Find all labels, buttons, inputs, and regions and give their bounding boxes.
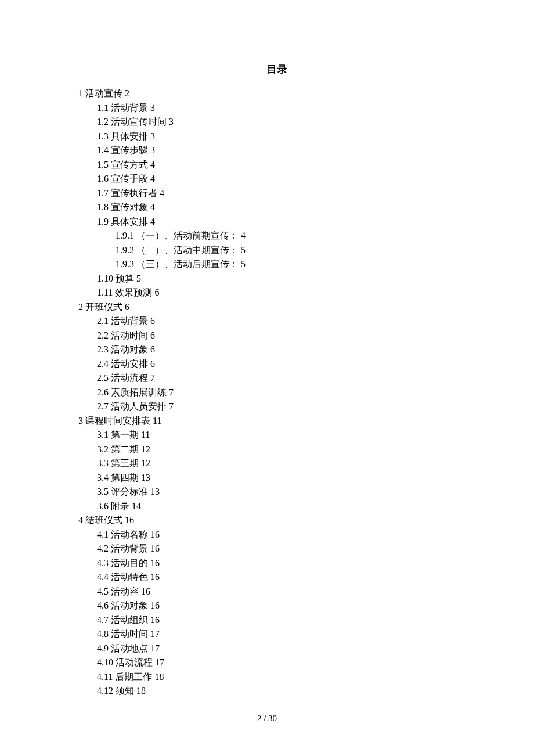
toc-entry-page: 11: [153, 416, 161, 426]
toc-entry: 1 活动宣传 2: [78, 87, 476, 101]
toc-entry-text: （一）、活动前期宣传：: [136, 231, 239, 240]
toc-entry-text: 宣传手段: [111, 174, 148, 183]
toc-entry-number: 2.4: [97, 359, 109, 369]
toc-entry-text: 活动安排: [111, 359, 148, 369]
toc-entry: 3 课程时间安排表 11: [78, 414, 476, 429]
toc-entry-page: 3: [150, 131, 155, 141]
toc-entry-page: 3: [150, 103, 155, 113]
toc-entry-page: 12: [141, 458, 150, 468]
toc-entry-text: 后期工作: [115, 672, 152, 682]
toc-entry-page: 7: [150, 373, 155, 383]
toc-entry-text: 活动对象: [111, 344, 148, 354]
toc-entry-page: 16: [150, 600, 160, 610]
toc-entry: 1.9.2 （二）、活动中期宣传： 5: [116, 243, 476, 258]
toc-entry: 3.4 第四期 13: [97, 471, 476, 485]
toc-entry-page: 16: [150, 615, 160, 625]
toc-entry-page: 18: [154, 672, 164, 682]
toc-entry-page: 4: [160, 188, 164, 198]
toc-entry-text: 开班仪式: [85, 302, 122, 312]
toc-entry-number: 1.9.3: [116, 259, 134, 269]
toc-entry-number: 2.6: [97, 387, 109, 397]
toc-entry-number: 1.2: [97, 117, 109, 127]
toc-entry: 1.2 活动宣传时间 3: [97, 115, 476, 129]
toc-entry-number: 1.4: [97, 145, 109, 155]
toc-entry-number: 2.7: [97, 401, 109, 411]
toc-entry-page: 14: [132, 501, 141, 511]
toc-entry-text: 活动地点: [111, 643, 148, 653]
toc-entry-text: （三）、活动后期宣传：: [136, 259, 239, 269]
toc-entry-page: 6: [150, 359, 155, 369]
toc-entry: 1.4 宣传步骤 3: [97, 143, 476, 158]
toc-entry: 2 开班仪式 6: [78, 300, 476, 315]
toc-entry-page: 12: [141, 444, 150, 454]
toc-entry-number: 2.3: [97, 344, 109, 354]
toc-entry-text: 活动人员安排: [111, 401, 167, 411]
toc-list: 1 活动宣传 21.1 活动背景 31.2 活动宣传时间 31.3 具体安排 3…: [78, 87, 476, 699]
toc-entry-page: 2: [125, 88, 129, 98]
toc-entry-page: 5: [241, 259, 246, 269]
toc-entry-number: 4.5: [97, 586, 109, 596]
toc-entry-text: 第一期: [111, 430, 139, 440]
toc-entry-text: 效果预测: [115, 287, 152, 297]
document-page: 目录 1 活动宣传 21.1 活动背景 31.2 活动宣传时间 31.3 具体安…: [0, 0, 534, 699]
toc-entry-number: 1.3: [97, 131, 109, 141]
toc-entry-text: 活动流程: [116, 657, 153, 667]
toc-entry: 3.5 评分标准 13: [97, 485, 476, 499]
toc-entry-page: 3: [169, 117, 174, 127]
toc-entry-page: 16: [150, 530, 160, 539]
toc-entry-page: 13: [141, 473, 150, 483]
toc-entry-text: 预算: [116, 273, 134, 283]
toc-entry: 1.3 具体安排 3: [97, 129, 476, 144]
toc-entry-text: 第四期: [111, 473, 139, 483]
toc-entry-number: 1.7: [97, 188, 109, 198]
toc-entry-text: 宣传对象: [111, 202, 148, 212]
toc-entry-page: 13: [150, 487, 160, 496]
toc-entry: 4.5 活动容 16: [97, 585, 476, 599]
toc-entry-number: 1.9.2: [116, 245, 134, 255]
toc-entry-number: 4.7: [97, 615, 109, 625]
toc-entry-number: 4.2: [97, 543, 109, 553]
toc-entry: 1.9.3 （三）、活动后期宣传： 5: [116, 257, 476, 272]
toc-entry-text: 活动时间: [111, 330, 148, 340]
toc-entry-number: 3.5: [97, 487, 109, 496]
toc-entry-number: 4.4: [97, 572, 109, 582]
toc-entry-text: 宣传步骤: [111, 145, 148, 155]
toc-entry-page: 5: [241, 245, 246, 255]
toc-entry-text: 活动背景: [111, 316, 148, 326]
toc-entry-number: 1.9.1: [116, 231, 134, 240]
toc-entry-text: 结班仪式: [85, 515, 122, 525]
toc-entry-number: 3.4: [97, 473, 109, 483]
toc-entry-page: 5: [136, 273, 141, 283]
toc-entry-page: 16: [150, 543, 160, 553]
toc-entry: 2.4 活动安排 6: [97, 357, 476, 372]
toc-entry: 3.3 第三期 12: [97, 456, 476, 471]
toc-entry: 1.8 宣传对象 4: [97, 200, 476, 215]
toc-entry-text: 素质拓展训练: [111, 387, 167, 397]
toc-entry: 3.6 附录 14: [97, 499, 476, 514]
toc-entry-number: 4.3: [97, 558, 109, 568]
toc-entry-page: 3: [150, 145, 155, 155]
toc-entry-page: 4: [150, 217, 155, 226]
toc-entry-number: 3.2: [97, 444, 109, 454]
toc-entry-number: 3.3: [97, 458, 109, 468]
toc-entry-number: 3: [78, 416, 83, 426]
toc-entry: 1.1 活动背景 3: [97, 101, 476, 116]
toc-entry-number: 2.5: [97, 373, 109, 383]
toc-entry-text: 宣传方式: [111, 160, 148, 170]
toc-entry-page: 4: [150, 174, 155, 183]
toc-entry-page: 4: [150, 202, 155, 212]
toc-entry-text: （二）、活动中期宣传：: [136, 245, 239, 255]
toc-entry: 4.11 后期工作 18: [97, 670, 476, 685]
toc-entry-text: 活动名称: [111, 530, 148, 539]
toc-entry-number: 4.9: [97, 643, 109, 653]
toc-entry-text: 活动流程: [111, 373, 148, 383]
toc-entry-text: 第二期: [111, 444, 139, 454]
toc-entry-number: 4.1: [97, 530, 109, 539]
toc-entry: 4.2 活动背景 16: [97, 542, 476, 556]
toc-entry: 4.9 活动地点 17: [97, 642, 476, 656]
toc-entry: 4 结班仪式 16: [78, 513, 476, 528]
toc-entry-text: 附录: [111, 501, 129, 511]
toc-title: 目录: [78, 63, 476, 76]
toc-entry-text: 活动时间: [111, 629, 148, 639]
toc-entry: 2.1 活动背景 6: [97, 314, 476, 329]
